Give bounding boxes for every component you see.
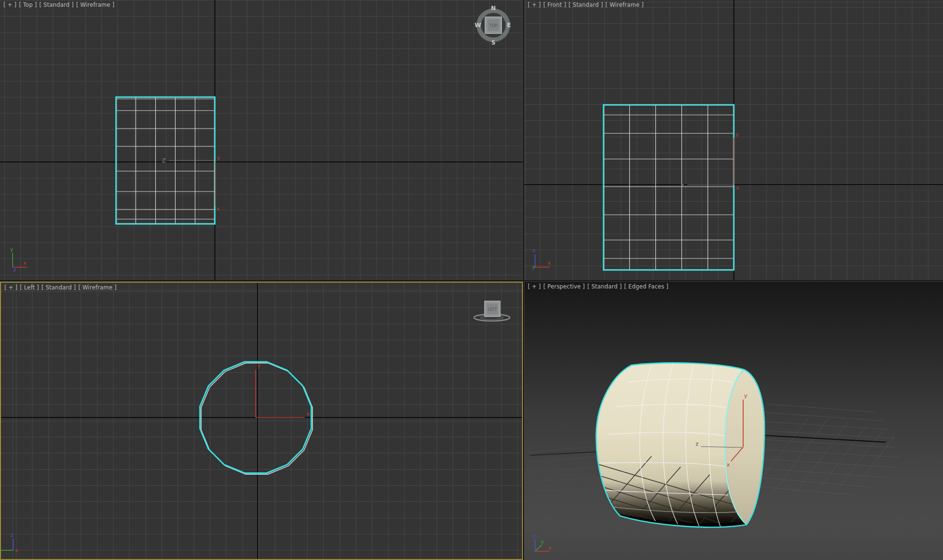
tripod-x-label: x: [15, 547, 18, 554]
object-axis-gizmo: z y x: [681, 131, 739, 191]
viewport-perspective[interactable]: [ + ] [ Perspective ] [ Standard ] [ Edg…: [524, 282, 943, 560]
compass-south[interactable]: S: [491, 39, 496, 46]
viewport-renderer-menu[interactable]: [ Standard ]: [41, 284, 76, 291]
viewport-menu-button[interactable]: [ + ]: [528, 283, 541, 290]
viewport-shading-menu[interactable]: [ Wireframe ]: [605, 1, 644, 8]
tripod-y-label: y: [541, 539, 544, 545]
viewport-perspective-label: [ + ] [ Perspective ] [ Standard ] [ Edg…: [528, 283, 668, 290]
tripod-y-label: y: [10, 246, 14, 253]
axis-label-z: z: [696, 441, 699, 447]
axis-label-z: Z: [162, 158, 166, 164]
viewcube-face-label: LEFT: [488, 307, 497, 312]
world-tripod: z y x: [532, 247, 551, 270]
world-tripod: z x: [1, 532, 18, 554]
axis-label-y: y: [744, 393, 748, 399]
viewport-top-label: [ + ] [ Top ] [ Standard ] [ Wireframe ]: [3, 1, 114, 8]
axis-label-z: z: [681, 182, 684, 189]
axis-label-x: x: [216, 206, 220, 212]
tripod-z-label: z: [11, 532, 14, 538]
viewport-renderer-menu[interactable]: [ Standard ]: [39, 1, 74, 8]
world-x-axis: [764, 435, 886, 442]
viewport-pov-menu[interactable]: [ Perspective ]: [543, 283, 585, 290]
axis-label-y: y: [217, 155, 220, 161]
viewcube[interactable]: TOP N E S W: [474, 5, 511, 46]
tripod-z-label: z: [533, 247, 536, 254]
viewcube[interactable]: LEFT: [474, 301, 510, 321]
viewport-top[interactable]: [ + ] [ Top ] [ Standard ] [ Wireframe ]: [0, 0, 523, 280]
tripod-x-label: x: [548, 544, 552, 551]
viewport-front-label: [ + ] [ Front ] [ Standard ] [ Wireframe…: [528, 1, 644, 8]
compass-east[interactable]: E: [507, 22, 511, 29]
compass-west[interactable]: W: [474, 22, 481, 29]
viewport-pov-menu[interactable]: [ Front ]: [543, 1, 566, 8]
tripod-z-label: z: [533, 533, 536, 539]
viewport-shading-menu[interactable]: [ Edged Faces ]: [624, 283, 668, 290]
world-x-axis-far: [530, 452, 596, 455]
axis-label-z: z: [251, 411, 254, 417]
compass-north[interactable]: N: [491, 5, 496, 12]
viewport-front[interactable]: [ + ] [ Front ] [ Standard ] [ Wireframe…: [524, 0, 943, 280]
viewport-shading-menu[interactable]: [ Wireframe ]: [76, 1, 114, 8]
viewport-menu-button[interactable]: [ + ]: [4, 284, 17, 291]
cylinder-wireframe-front-view[interactable]: [603, 105, 734, 270]
viewport-shading-menu[interactable]: [ Wireframe ]: [78, 284, 116, 291]
viewport-pov-menu[interactable]: [ Left ]: [20, 284, 39, 291]
cylinder-wireframe-left-view[interactable]: [200, 362, 312, 474]
tripod-y-label: y: [532, 264, 536, 270]
viewport-left-label: [ + ] [ Left ] [ Standard ] [ Wireframe …: [4, 284, 116, 291]
viewport-pov-menu[interactable]: [ Top ]: [19, 1, 37, 8]
viewport-menu-button[interactable]: [ + ]: [3, 1, 16, 8]
world-tripod: z y x: [533, 533, 552, 551]
axis-label-x: x: [736, 185, 739, 191]
viewport-menu-button[interactable]: [ + ]: [528, 1, 541, 8]
axis-label-x: x: [307, 411, 310, 417]
tripod-x-label: x: [548, 260, 551, 266]
selection-outline: [603, 105, 734, 270]
world-tripod: y x z: [10, 246, 27, 273]
max-viewport-layout: [ + ] [ Top ] [ Standard ] [ Wireframe ]: [0, 0, 943, 560]
tripod-z-label: z: [13, 267, 16, 273]
viewport-left-active[interactable]: [ + ] [ Left ] [ Standard ] [ Wireframe …: [0, 282, 523, 560]
viewport-renderer-menu[interactable]: [ Standard ]: [569, 1, 603, 8]
object-axis-gizmo: y x z: [251, 363, 310, 417]
axis-label-y: y: [257, 363, 260, 369]
tripod-x-label: x: [23, 260, 27, 266]
viewport-renderer-menu[interactable]: [ Standard ]: [587, 283, 622, 290]
viewcube-face-label: TOP: [488, 23, 497, 28]
object-axis-gizmo: Z y x: [162, 155, 220, 212]
axis-label-x: x: [727, 462, 730, 468]
axis-label-y: y: [735, 131, 739, 138]
